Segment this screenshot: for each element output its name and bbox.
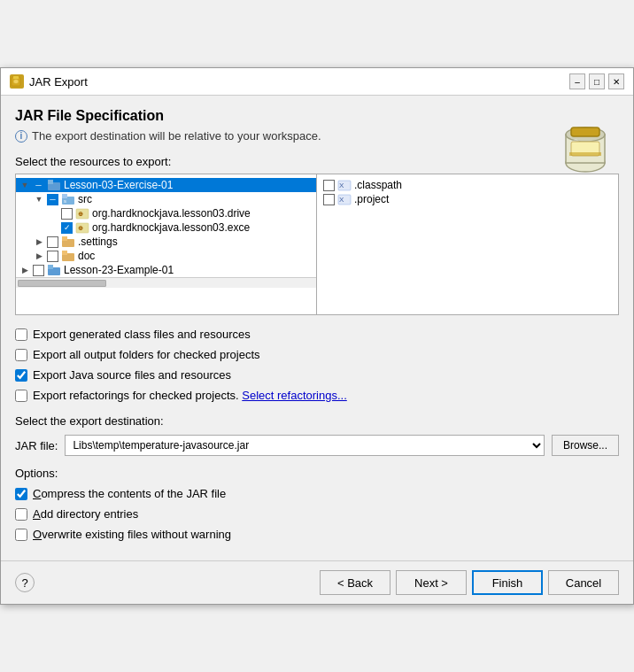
select-refactorings-link[interactable]: Select refactorings... [242, 389, 347, 402]
dialog-content: JAR File Specification i The export dest… [1, 96, 633, 560]
title-bar-left: JAR Export [10, 74, 88, 89]
tree-item-label: org.hardknockjava.lesson03.drive [92, 207, 251, 220]
expand-icon[interactable]: ▶ [19, 265, 30, 275]
svg-text:s: s [64, 198, 66, 204]
window-icon [10, 74, 24, 89]
info-icon: i [15, 130, 27, 143]
destination-section-label: Select the export destination: [15, 414, 619, 428]
tree-item-label: .project [354, 193, 389, 205]
finish-button[interactable]: Finish [472, 570, 543, 595]
svg-marker-22 [62, 251, 67, 255]
overwrite-label: Overwrite existing files without warning [33, 528, 231, 541]
svg-text:⊕: ⊕ [78, 211, 83, 217]
svg-point-2 [13, 80, 19, 84]
export-output-label: Export all output folders for checked pr… [33, 348, 260, 361]
svg-rect-6 [571, 127, 599, 136]
tree-checkbox[interactable] [61, 208, 73, 220]
export-class-label: Export generated class files and resourc… [33, 328, 251, 341]
add-directory-label: Add directory entries [33, 507, 138, 521]
tree-left[interactable]: ▼ ─ Lesson-03-Exercise-01 ▼ ─ s src ▼ ⊕ [16, 174, 317, 314]
svg-marker-11 [48, 180, 53, 184]
compress-checkbox[interactable] [15, 488, 27, 500]
tree-item-label: Lesson-23-Example-01 [64, 264, 174, 276]
next-button[interactable]: Next > [396, 570, 467, 595]
svg-marker-24 [48, 265, 53, 269]
expand-icon[interactable]: ▼ [19, 180, 30, 190]
browse-button[interactable]: Browse... [552, 435, 619, 456]
nav-buttons: < Back Next > Finish Cancel [320, 570, 619, 595]
title-bar: JAR Export – □ ✕ [1, 68, 633, 96]
export-source-label: Export Java source files and resources [33, 368, 231, 382]
expand-icon[interactable]: ▼ [34, 194, 44, 205]
tree-item[interactable]: ▶ doc [16, 249, 316, 263]
overwrite-checkbox[interactable] [15, 529, 27, 541]
svg-rect-1 [13, 76, 19, 79]
window-title: JAR Export [29, 75, 88, 89]
expand-icon[interactable]: ▶ [34, 251, 44, 261]
close-button[interactable]: ✕ [608, 73, 624, 89]
jar-file-label: JAR file: [15, 439, 58, 452]
options-label: Options: [15, 467, 619, 480]
tree-item[interactable]: ▼ ✓ ⊕ org.hardknockjava.lesson03.exce [16, 220, 316, 235]
tree-panel-container: ▼ ─ Lesson-03-Exercise-01 ▼ ─ s src ▼ ⊕ [15, 174, 619, 315]
tree-item[interactable]: X .classpath [317, 178, 618, 192]
tree-item-label: .settings [78, 236, 118, 248]
export-class-checkbox[interactable] [15, 328, 27, 341]
tree-checkbox[interactable] [323, 194, 335, 205]
minimize-button[interactable]: – [569, 73, 585, 89]
tree-item[interactable]: ▶ Lesson-23-Example-01 [16, 263, 316, 277]
jar-file-input[interactable]: Libs\temp\temperature-javasource.jar [65, 435, 545, 456]
maximize-button[interactable]: □ [589, 73, 605, 89]
info-row: i The export destination will be relativ… [15, 129, 548, 143]
tree-item-label: org.hardknockjava.lesson03.exce [92, 221, 250, 234]
tree-item-label: .classpath [354, 179, 402, 191]
tree-checkbox[interactable] [47, 236, 58, 248]
add-directory-checkbox[interactable] [15, 508, 27, 521]
option-compress: Compress the contents of the JAR file [15, 487, 619, 500]
page-title: JAR File Specification [15, 108, 548, 124]
horizontal-scrollbar[interactable] [16, 277, 316, 288]
svg-marker-20 [62, 236, 67, 241]
tree-checkbox[interactable]: ─ [33, 180, 44, 191]
compress-label: Compress the contents of the JAR file [33, 487, 226, 500]
tree-checkbox[interactable] [323, 180, 335, 191]
tree-item-label: src [78, 193, 92, 205]
export-option-2: Export all output folders for checked pr… [15, 348, 619, 361]
tree-checkbox[interactable] [33, 265, 44, 276]
export-option-3: Export Java source files and resources [15, 368, 619, 382]
cancel-button[interactable]: Cancel [548, 570, 619, 595]
dest-row: JAR file: Libs\temp\temperature-javasour… [15, 435, 619, 456]
tree-item[interactable]: ▼ ─ Lesson-03-Exercise-01 [16, 178, 316, 192]
export-option-1: Export generated class files and resourc… [15, 328, 619, 341]
export-output-checkbox[interactable] [15, 349, 27, 361]
jar-image [561, 117, 610, 176]
svg-text:⊕: ⊕ [78, 225, 83, 231]
tree-item[interactable]: ▶ .settings [16, 235, 316, 249]
header-area: JAR File Specification i The export dest… [15, 108, 619, 143]
tree-checkbox[interactable] [47, 251, 58, 262]
tree-item[interactable]: ▼ ─ s src [16, 192, 316, 206]
tree-item-label: doc [78, 250, 95, 262]
help-button[interactable]: ? [15, 573, 35, 592]
tree-right[interactable]: X .classpath X .project [317, 174, 618, 314]
export-refactor-checkbox[interactable] [15, 390, 27, 402]
tree-item[interactable]: ▼ ⊕ org.hardknockjava.lesson03.drive [16, 206, 316, 220]
tree-item[interactable]: X .project [317, 192, 618, 206]
resources-section-label: Select the resources to export: [15, 155, 619, 168]
export-source-checkbox[interactable] [15, 369, 27, 382]
export-option-4: Export refactorings for checked projects… [15, 389, 619, 402]
tree-checkbox[interactable]: ✓ [61, 222, 73, 234]
tree-item-label: Lesson-03-Exercise-01 [64, 179, 173, 191]
svg-rect-9 [569, 152, 601, 156]
expand-icon[interactable]: ▶ [34, 236, 44, 247]
title-bar-buttons: – □ ✕ [569, 73, 624, 89]
back-button[interactable]: < Back [320, 570, 390, 595]
bottom-bar: ? < Back Next > Finish Cancel [1, 560, 633, 604]
svg-text:X: X [339, 196, 344, 204]
svg-text:X: X [339, 182, 344, 189]
tree-checkbox[interactable]: ─ [47, 194, 58, 205]
export-refactor-label: Export refactorings for checked projects… [33, 389, 347, 402]
scrollbar-thumb[interactable] [18, 280, 106, 287]
option-overwrite: Overwrite existing files without warning [15, 528, 619, 541]
jar-export-window: JAR Export – □ ✕ JAR File Specification … [0, 67, 634, 605]
